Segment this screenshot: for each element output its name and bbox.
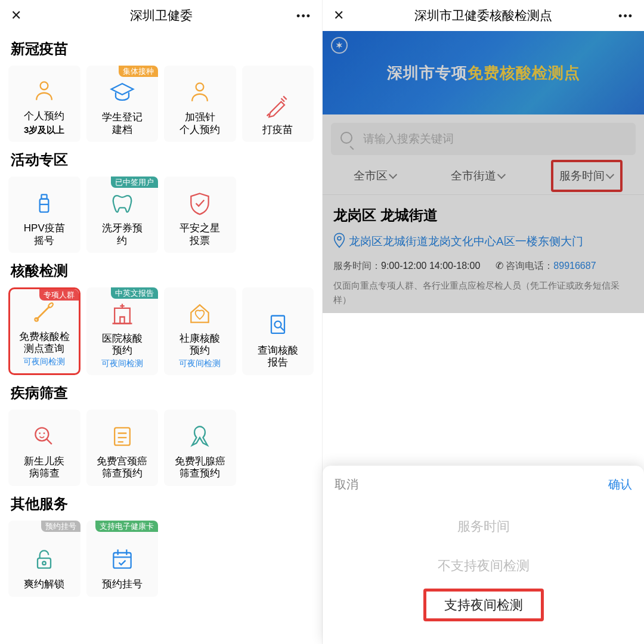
meta-row: 服务时间：9:00-12:00 14:00-18:00 咨询电话：8991668… (333, 260, 633, 273)
svg-point-9 (36, 428, 49, 441)
person-icon (31, 78, 57, 104)
picker-option[interactable]: 服务时间 (335, 507, 632, 546)
tile-free-test-lookup[interactable]: 专项人群免费核酸检测点查询可夜间检测 (8, 287, 80, 375)
tile-label: 免费核酸检 (19, 331, 70, 343)
close-icon[interactable] (11, 8, 21, 23)
tile-label: 加强针 (185, 112, 215, 123)
emblem-icon: ✶ (331, 37, 348, 54)
tile-label: 查询核酸 (258, 345, 298, 357)
tile-label-2: 投票 (190, 235, 210, 247)
address-text: 龙岗区龙城街道龙岗文化中心A区一楼东侧大门 (349, 233, 583, 250)
filter-label: 全市街道 (451, 168, 496, 184)
tile-grid: HPV疫苗摇号已中签用户洗牙券预约平安之星投票 (8, 177, 314, 253)
doc-search-icon (265, 312, 291, 339)
svg-rect-3 (42, 195, 47, 199)
tile-label: 社康核酸 (179, 333, 220, 345)
tile-label-2: 预约 (190, 345, 210, 357)
search-input[interactable]: 请输入搜索关键词 (331, 123, 636, 155)
tile-grid: 个人预约3岁及以上集体接种学生登记建档加强针个人预约打疫苗 (8, 66, 314, 142)
filter-service-time[interactable]: 服务时间 (559, 168, 613, 184)
result-note: 仅面向重点专项人群、各行业重点应检尽检人员（凭工作证或政务短信采样） (333, 278, 633, 307)
badge: 支持电子健康卡 (95, 521, 158, 532)
svg-point-8 (274, 321, 281, 328)
phone-icon (496, 261, 506, 271)
ribbon-icon (187, 423, 213, 450)
tile-dental-appoint[interactable]: 已中签用户洗牙券预约 (86, 177, 159, 253)
svg-point-1 (196, 83, 204, 91)
tile-unlock[interactable]: 预约挂号爽约解锁 (8, 521, 80, 597)
service-time: 9:00-12:00 14:00-18:00 (381, 261, 480, 271)
tile-student-reg[interactable]: 集体接种学生登记建档 (86, 66, 159, 142)
picker-list[interactable]: 服务时间不支持夜间检测支持夜间检测 (335, 507, 632, 625)
tile-newborn-screen[interactable]: 新生儿疾病筛查 (8, 410, 80, 486)
tile-label-2: 建档 (112, 124, 132, 136)
search-icon (340, 132, 357, 147)
tile-vaccinate[interactable]: 打疫苗 (242, 66, 314, 142)
filter-label: 全市区 (354, 168, 388, 184)
tile-query-report[interactable]: 查询核酸报告 (242, 287, 314, 375)
phone-number[interactable]: 89916687 (553, 261, 596, 271)
result-heading: 龙岗区 龙城街道 (333, 206, 633, 225)
chevron-down-icon (499, 169, 504, 182)
tile-breast-screen[interactable]: 免费乳腺癌筛查预约 (164, 410, 236, 486)
badge: 集体接种 (119, 66, 158, 77)
address-row[interactable]: 龙岗区龙城街道龙岗文化中心A区一楼东侧大门 (333, 233, 633, 250)
tile-booster-appoint[interactable]: 加强针个人预约 (164, 66, 236, 142)
tile-label: 学生登记 (102, 112, 143, 123)
tile-note: 可夜间检测 (101, 358, 143, 369)
tile-label: 个人预约 (24, 110, 64, 122)
cancel-button[interactable]: 取消 (335, 476, 358, 493)
svg-rect-2 (40, 199, 49, 212)
tile-label: 爽约解锁 (24, 578, 64, 590)
tile-label: HPV疫苗 (24, 222, 65, 234)
service-label: 服务时间： (333, 261, 381, 271)
tile-label-2: 病筛查 (29, 467, 60, 479)
svg-point-10 (39, 432, 41, 434)
left-pane: 深圳卫健委 新冠疫苗个人预约3岁及以上集体接种学生登记建档加强针个人预约打疫苗活… (0, 0, 322, 644)
tile-sublabel: 3岁及以上 (24, 125, 64, 136)
calendar-icon (109, 546, 135, 572)
bottle-icon (31, 190, 57, 216)
tile-grid: 预约挂号爽约解锁支持电子健康卡预约挂号 (8, 521, 314, 597)
close-icon[interactable] (333, 8, 344, 23)
picker-option[interactable]: 支持夜间检测 (335, 586, 632, 625)
tooth-icon (109, 190, 135, 216)
tile-label: 医院核酸 (102, 333, 143, 345)
confirm-button[interactable]: 确认 (608, 476, 632, 493)
chevron-down-icon (390, 169, 396, 182)
tile-label: 免费宫颈癌 (97, 456, 147, 467)
svg-point-11 (44, 432, 45, 434)
chevron-down-icon (607, 169, 613, 182)
hero-prefix: 深圳市专项 (387, 64, 467, 82)
tile-note: 可夜间检测 (179, 358, 221, 369)
tile-label: 新生儿疾 (24, 456, 64, 467)
tile-label-2: 预约 (112, 345, 132, 357)
tile-label: 洗牙券预 (102, 222, 143, 234)
highlight-box: 支持夜间检测 (423, 589, 544, 621)
more-icon[interactable] (618, 8, 633, 23)
page-title: 深圳卫健委 (0, 7, 322, 24)
lock-icon (31, 546, 57, 572)
hero-highlight: 免费核酸检测点 (467, 64, 580, 82)
more-icon[interactable] (296, 8, 311, 23)
filter-district[interactable]: 全市区 (354, 168, 396, 184)
page-title: 深圳市卫健委核酸检测点 (323, 7, 644, 24)
svg-rect-6 (114, 308, 130, 324)
tile-hospital-test[interactable]: 中英文报告医院核酸预约可夜间检测 (86, 287, 159, 375)
tile-cervical-screen[interactable]: 免费宫颈癌筛查预约 (86, 410, 159, 486)
left-topbar: 深圳卫健委 (0, 0, 322, 31)
tile-hpv-lottery[interactable]: HPV疫苗摇号 (8, 177, 80, 253)
tile-grid: 新生儿疾病筛查免费宫颈癌筛查预约免费乳腺癌筛查预约 (8, 410, 314, 486)
tile-pingan-vote[interactable]: 平安之星投票 (164, 177, 236, 253)
phone-label: 咨询电话： (506, 261, 553, 271)
filter-label: 服务时间 (559, 168, 605, 184)
tile-register[interactable]: 支持电子健康卡预约挂号 (86, 521, 159, 597)
svg-rect-13 (38, 559, 51, 569)
tile-label-2: 筛查预约 (102, 467, 143, 479)
tile-personal-appoint[interactable]: 个人预约3岁及以上 (8, 66, 80, 142)
section-title: 新冠疫苗 (11, 39, 314, 58)
tile-community-test[interactable]: 社康核酸预约可夜间检测 (164, 287, 236, 375)
picker-option[interactable]: 不支持夜间检测 (335, 546, 632, 586)
filter-street[interactable]: 全市街道 (451, 168, 504, 184)
syringe-icon (265, 92, 291, 118)
